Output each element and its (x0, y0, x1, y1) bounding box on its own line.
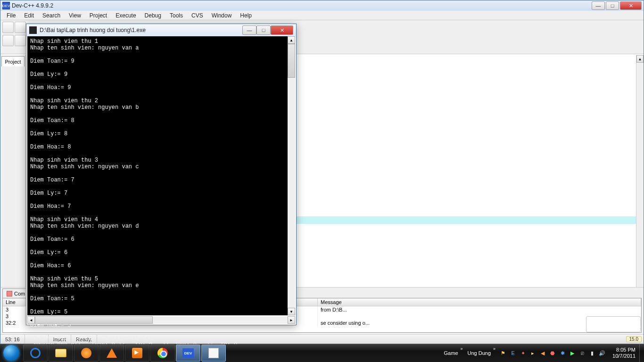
tray-icon[interactable]: E (509, 349, 517, 357)
compiler-tab[interactable]: Com (2, 288, 29, 298)
toolbar-button[interactable] (2, 22, 14, 33)
console-minimize-button[interactable]: — (242, 25, 256, 35)
scroll-up-icon[interactable]: ▲ (636, 55, 644, 63)
compiler-tab-icon (7, 291, 12, 296)
tray-icon[interactable]: ▶ (569, 349, 576, 357)
console-window[interactable]: D:\Bai tap\Lap trinh huong doi tuong\1.e… (26, 24, 297, 325)
devcpp-icon: DEV (182, 348, 194, 358)
menu-file[interactable]: File (2, 11, 20, 20)
maximize-button[interactable]: □ (606, 1, 619, 10)
taskbar-wmp[interactable] (125, 345, 149, 362)
tray-icon[interactable]: ⚑ (499, 349, 507, 357)
tray-icon[interactable]: ▸ (529, 349, 537, 357)
console-task-icon (208, 348, 219, 358)
tray-battery-icon[interactable]: ▮ (588, 349, 596, 357)
taskbar-clock[interactable]: 8:05 PM 10/7/2011 (609, 347, 639, 359)
scroll-down-icon[interactable]: ▼ (288, 308, 295, 315)
console-hscrollbar[interactable]: ◄ ► (27, 316, 295, 324)
app-icon: DEV (2, 2, 10, 9)
taskbar-toolbar-label[interactable]: Ung Dung (465, 349, 494, 357)
console-icon (29, 26, 37, 34)
clock-date: 10/7/2011 (612, 353, 636, 359)
tray-icon[interactable]: ⬣ (549, 349, 556, 357)
taskbar-explorer[interactable] (49, 345, 73, 362)
status-position: 53: 16 (0, 335, 25, 344)
taskbar-vlc[interactable] (99, 345, 124, 362)
taskbar-toolbar-label[interactable]: Game (441, 349, 461, 357)
menu-view[interactable]: View (65, 11, 85, 20)
firefox-icon (81, 348, 91, 358)
header-line[interactable]: Line (3, 298, 25, 306)
ide-titlebar[interactable]: DEV Dev-C++ 4.9.9.2 — □ ✕ (0, 0, 644, 11)
console-vscrollbar[interactable]: ▲ ▼ (288, 36, 295, 315)
menu-debug[interactable]: Debug (140, 11, 165, 20)
taskbar-chrome[interactable] (150, 345, 175, 362)
project-tab[interactable]: Project (1, 56, 25, 66)
vlc-icon (107, 348, 117, 358)
taskbar-ie[interactable] (23, 345, 48, 362)
menubar: File Edit Search View Project Execute De… (0, 11, 644, 20)
console-output[interactable]: Nhap sinh vien thu 1 Nhap ten sinh vien:… (27, 36, 295, 315)
console-maximize-button[interactable]: □ (256, 25, 271, 35)
menu-cvs[interactable]: CVS (187, 11, 207, 20)
taskbar-console[interactable] (201, 345, 226, 362)
clock-time: 8:05 PM (612, 347, 636, 353)
header-message[interactable]: Message (318, 298, 641, 306)
chrome-icon (157, 348, 168, 358)
menu-edit[interactable]: Edit (20, 11, 38, 20)
windows-orb-icon (3, 345, 19, 361)
scroll-thumb[interactable] (35, 316, 153, 324)
taskbar-firefox[interactable] (74, 345, 99, 362)
taskbar-devcpp[interactable]: DEV (176, 345, 200, 362)
scroll-left-icon[interactable]: ◄ (27, 316, 35, 324)
menu-help[interactable]: Help (236, 11, 256, 20)
tray-icon[interactable]: ⎚ (578, 349, 586, 357)
toolbar-button[interactable] (15, 35, 26, 46)
menu-project[interactable]: Project (85, 11, 111, 20)
ide-title: Dev-C++ 4.9.9.2 (12, 2, 53, 9)
show-desktop-button[interactable] (639, 344, 644, 362)
status-version: 15.0 (626, 336, 642, 342)
folder-icon (55, 349, 66, 357)
menu-window[interactable]: Window (207, 11, 236, 20)
ie-icon (30, 348, 41, 358)
tray-bluetooth-icon[interactable]: ✱ (559, 349, 566, 357)
start-button[interactable] (0, 344, 23, 362)
menu-search[interactable]: Search (38, 11, 65, 20)
toolbar-button[interactable] (15, 22, 26, 33)
scroll-right-icon[interactable]: ► (288, 316, 295, 324)
system-tray[interactable]: ⚑ E ✦ ▸ ◀ ⬣ ✱ ▶ ⎚ ▮ 🔊 (496, 349, 609, 357)
menu-tools[interactable]: Tools (165, 11, 187, 20)
taskbar: DEV Game Ung Dung ⚑ E ✦ ▸ ◀ ⬣ ✱ ▶ ⎚ ▮ 🔊 … (0, 344, 644, 362)
console-titlebar[interactable]: D:\Bai tap\Lap trinh huong doi tuong\1.e… (26, 24, 296, 36)
tray-icon[interactable]: ◀ (539, 349, 546, 357)
wmp-icon (132, 348, 142, 358)
close-button[interactable]: ✕ (620, 1, 642, 10)
toolbar-button[interactable] (2, 35, 14, 46)
console-close-button[interactable]: ✕ (271, 25, 293, 35)
compiler-tab-label: Com (14, 291, 25, 296)
console-title: D:\Bai tap\Lap trinh huong doi tuong\1.e… (40, 27, 146, 33)
tray-icon[interactable]: ✦ (519, 349, 527, 357)
resource-gauge[interactable] (586, 316, 641, 332)
minimize-button[interactable]: — (592, 1, 605, 10)
scroll-thumb[interactable] (288, 44, 295, 78)
scroll-up-icon[interactable]: ▲ (288, 36, 295, 44)
tray-volume-icon[interactable]: 🔊 (598, 349, 606, 357)
menu-execute[interactable]: Execute (111, 11, 140, 20)
